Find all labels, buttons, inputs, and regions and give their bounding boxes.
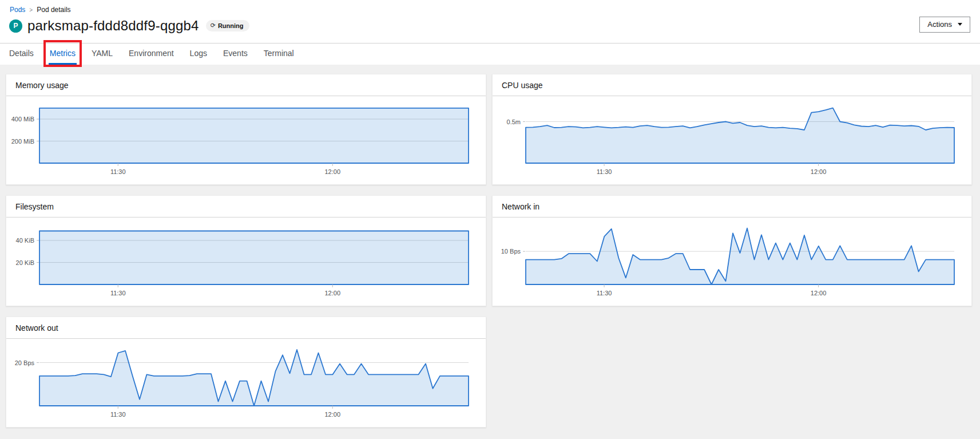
chart-svg-network-out: 20 Bps11:3012:00 bbox=[6, 342, 486, 428]
page-title: parksmap-fddd8ddf9-qggb4 bbox=[27, 18, 199, 34]
x-axis-tick-label: 12:00 bbox=[811, 168, 827, 175]
y-axis-tick-label: 20 Bps bbox=[15, 359, 35, 366]
cpu-usage-chart: 0.5m11:3012:00 bbox=[493, 96, 971, 185]
x-axis-tick-label: 11:30 bbox=[597, 290, 612, 296]
y-axis-tick-label: 0.5m bbox=[507, 118, 521, 125]
chart-title: CPU usage bbox=[493, 74, 971, 96]
chart-svg-filesystem: 20 KiB40 KiB11:3012:00 bbox=[6, 220, 486, 306]
network-in-card: Network in 10 Bps11:3012:00 bbox=[492, 195, 972, 306]
memory-usage-card: Memory usage 200 MiB400 MiB11:3012:00 bbox=[6, 74, 486, 185]
y-axis-tick-label: 40 KiB bbox=[16, 237, 34, 244]
x-axis-tick-label: 12:00 bbox=[324, 411, 340, 418]
chart-svg-memory-usage: 200 MiB400 MiB11:3012:00 bbox=[6, 99, 486, 185]
tab-details[interactable]: Details bbox=[8, 43, 35, 65]
chart-title: Filesystem bbox=[6, 196, 486, 217]
page-header: Pods > Pod details P parksmap-fddd8ddf9-… bbox=[0, 0, 980, 65]
breadcrumb-separator-icon: > bbox=[29, 7, 33, 13]
tab-logs[interactable]: Logs bbox=[189, 43, 208, 65]
chart-svg-network-in: 10 Bps11:3012:00 bbox=[493, 220, 971, 306]
y-axis-tick-label: 10 Bps bbox=[501, 248, 521, 255]
x-axis-tick-label: 12:00 bbox=[324, 290, 340, 296]
x-axis-tick-label: 12:00 bbox=[811, 290, 827, 296]
metrics-grid: Memory usage 200 MiB400 MiB11:3012:00 CP… bbox=[0, 65, 980, 439]
cpu-usage-card: CPU usage 0.5m11:3012:00 bbox=[492, 74, 972, 185]
network-in-chart: 10 Bps11:3012:00 bbox=[493, 217, 971, 306]
breadcrumb-pods-link[interactable]: Pods bbox=[10, 6, 25, 14]
status-badge-label: Running bbox=[218, 22, 244, 29]
status-badge: ⟳ Running bbox=[206, 20, 249, 31]
memory-usage-chart: 200 MiB400 MiB11:3012:00 bbox=[6, 96, 486, 185]
caret-down-icon bbox=[958, 23, 962, 26]
filesystem-card: Filesystem 20 KiB40 KiB11:3012:00 bbox=[6, 195, 486, 306]
x-axis-tick-label: 11:30 bbox=[110, 168, 126, 175]
breadcrumb-current: Pod details bbox=[37, 6, 70, 14]
chart-title: Network out bbox=[6, 317, 486, 339]
x-axis-tick-label: 11:30 bbox=[110, 411, 126, 418]
tab-terminal[interactable]: Terminal bbox=[263, 43, 295, 65]
chart-title: Network in bbox=[493, 196, 971, 217]
title-row: P parksmap-fddd8ddf9-qggb4 ⟳ Running bbox=[0, 14, 980, 34]
tab-yaml[interactable]: YAML bbox=[90, 43, 114, 65]
y-axis-tick-label: 200 MiB bbox=[11, 138, 34, 145]
actions-button[interactable]: Actions bbox=[919, 17, 970, 33]
sync-icon: ⟳ bbox=[211, 22, 216, 29]
area-series bbox=[39, 350, 469, 406]
x-axis-tick-label: 11:30 bbox=[597, 168, 612, 175]
area-series bbox=[39, 231, 469, 285]
area-series bbox=[39, 108, 469, 163]
y-axis-tick-label: 400 MiB bbox=[11, 116, 34, 122]
tabs-bar: Details Metrics YAML Environment Logs Ev… bbox=[0, 43, 980, 65]
pod-resource-badge: P bbox=[9, 19, 22, 33]
chart-title: Memory usage bbox=[6, 74, 486, 96]
chart-svg-cpu-usage: 0.5m11:3012:00 bbox=[493, 99, 971, 185]
area-series bbox=[526, 228, 954, 284]
network-out-card: Network out 20 Bps11:3012:00 bbox=[6, 317, 486, 428]
x-axis-tick-label: 11:30 bbox=[110, 290, 126, 296]
actions-button-label: Actions bbox=[927, 20, 952, 29]
tab-metrics[interactable]: Metrics bbox=[49, 43, 77, 65]
y-axis-tick-label: 20 KiB bbox=[16, 259, 34, 266]
tab-events[interactable]: Events bbox=[222, 43, 249, 65]
network-out-chart: 20 Bps11:3012:00 bbox=[6, 339, 486, 428]
filesystem-chart: 20 KiB40 KiB11:3012:00 bbox=[6, 217, 486, 306]
x-axis-tick-label: 12:00 bbox=[324, 168, 340, 175]
tab-environment[interactable]: Environment bbox=[128, 43, 175, 65]
breadcrumb: Pods > Pod details bbox=[0, 0, 980, 14]
area-series bbox=[526, 108, 954, 163]
